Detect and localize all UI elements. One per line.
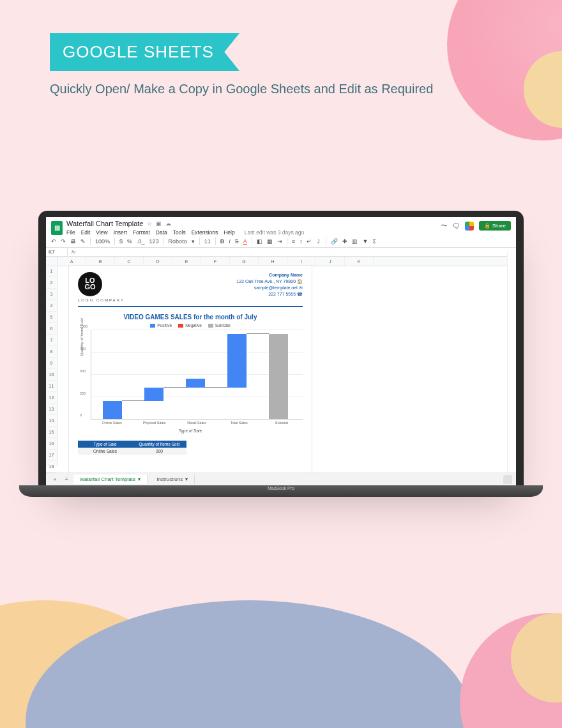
company-email: sample@template.net ✉ xyxy=(236,285,303,291)
fill-color-icon[interactable]: ◧ xyxy=(257,238,262,245)
gs-header: ▦ Waterfall Chart Template ☆ ▣ ☁ File Ed… xyxy=(46,217,516,236)
move-folder-icon[interactable]: ▣ xyxy=(156,220,162,227)
functions-icon[interactable]: Σ xyxy=(372,238,376,245)
redo-icon[interactable]: ↷ xyxy=(61,238,66,245)
bar-retail xyxy=(186,379,205,388)
wrap-icon[interactable]: ↵ xyxy=(307,238,312,245)
h-align-icon[interactable]: ≡ xyxy=(292,238,295,245)
x-tick-labels: Online Sales Physical Sales Retail Sales… xyxy=(91,420,303,425)
col-headers[interactable]: ABC DEF GHI JK xyxy=(57,257,516,266)
comment-icon[interactable]: 🗨 xyxy=(453,222,460,230)
filter-icon[interactable]: ▼ xyxy=(362,238,368,245)
zoom-select[interactable]: 100% xyxy=(95,238,110,245)
company-phone: 222 777 5555 ☎ xyxy=(236,291,303,298)
merge-icon[interactable]: ⇥ xyxy=(277,238,282,245)
italic-icon[interactable]: I xyxy=(229,238,231,245)
text-color-icon[interactable]: A xyxy=(243,238,247,245)
name-box[interactable]: K7 xyxy=(46,248,68,256)
table-row: Online Sales 200 xyxy=(78,448,186,455)
add-sheet-button[interactable]: ＋ xyxy=(50,474,60,484)
table-header: Quantity of Items Sold xyxy=(132,441,186,448)
cloud-status-icon: ☁ xyxy=(165,220,171,227)
ribbon-badge: GOOGLE SHEETS xyxy=(50,33,239,71)
comment-add-icon[interactable]: ✚ xyxy=(342,238,347,245)
table-header: Type of Sale xyxy=(78,441,132,448)
v-align-icon[interactable]: ↕ xyxy=(300,238,303,245)
share-label: Share xyxy=(492,223,506,229)
row-headers[interactable]: 123 456 789 101112 131415 161718 1920 xyxy=(46,257,57,466)
bar-subtotal xyxy=(269,334,288,419)
chart-legend: Positive Negative Subtotal xyxy=(78,323,303,328)
link-icon[interactable]: 🔗 xyxy=(331,238,338,245)
lock-icon: 🔒 xyxy=(484,223,490,229)
fx-icon: fx xyxy=(68,248,79,256)
menu-view[interactable]: View xyxy=(96,229,107,236)
toolbar: ↶ ↷ 🖶 ✎ 100% $ % .0_ 123 Roboto ▾ 11 B I… xyxy=(46,236,516,248)
font-size[interactable]: 11 xyxy=(204,238,211,245)
undo-icon[interactable]: ↶ xyxy=(51,238,56,245)
font-select[interactable]: Roboto xyxy=(169,238,187,245)
sheet-tab[interactable]: Instructions▾ xyxy=(150,474,195,484)
laptop-mockup: ▦ Waterfall Chart Template ☆ ▣ ☁ File Ed… xyxy=(38,211,524,497)
rotate-icon[interactable]: ⤸ xyxy=(316,238,321,245)
print-icon[interactable]: 🖶 xyxy=(70,238,76,245)
logo-icon: LO GO xyxy=(78,272,102,296)
spreadsheet-grid[interactable]: 123 456 789 101112 131415 161718 1920 AB… xyxy=(46,257,516,466)
menu-tools[interactable]: Tools xyxy=(173,229,186,236)
last-edit[interactable]: Last edit was 3 days ago xyxy=(245,229,305,236)
decrease-decimal-icon[interactable]: .0_ xyxy=(137,238,145,245)
logo-caption: LOGO COMPANY xyxy=(78,298,125,302)
meet-icon[interactable] xyxy=(465,222,474,231)
percent-icon[interactable]: % xyxy=(127,238,132,245)
share-button[interactable]: 🔒 Share xyxy=(479,221,511,231)
menu-bar: File Edit View Insert Format Data Tools … xyxy=(66,229,304,236)
menu-file[interactable]: File xyxy=(66,229,75,236)
star-icon[interactable]: ☆ xyxy=(147,220,152,227)
bold-icon[interactable]: B xyxy=(220,238,225,245)
currency-icon[interactable]: $ xyxy=(119,238,123,245)
company-address: 123 Oak Tree Ave., NY 79800 🏠 xyxy=(236,278,303,285)
menu-data[interactable]: Data xyxy=(156,229,167,236)
chevron-down-icon[interactable]: ▾ xyxy=(138,476,140,482)
all-sheets-button[interactable]: ≡ xyxy=(63,475,71,483)
bar-online xyxy=(103,401,122,419)
page-subtitle: Quickly Open/ Make a Copy in Google Shee… xyxy=(50,82,433,96)
menu-edit[interactable]: Edit xyxy=(81,229,91,236)
menu-format[interactable]: Format xyxy=(133,229,150,236)
chart-icon[interactable]: ▥ xyxy=(352,238,358,245)
strike-icon[interactable]: S̶ xyxy=(235,238,239,245)
menu-extensions[interactable]: Extensions xyxy=(192,229,218,236)
embedded-document: LO GO LOGO COMPANY Company Name 123 Oak … xyxy=(69,266,312,483)
sheet-tabs-bar: ＋ ≡ Waterfall Chart Template▾ Instructio… xyxy=(46,473,516,485)
bar-physical xyxy=(144,388,163,401)
x-axis-label: Type of Sale xyxy=(78,428,303,433)
bar-total xyxy=(227,334,247,388)
laptop-base xyxy=(19,485,543,497)
data-table: Type of Sale Quantity of Items Sold Onli… xyxy=(78,441,186,455)
doc-title[interactable]: Waterfall Chart Template xyxy=(66,220,143,228)
paint-format-icon[interactable]: ✎ xyxy=(80,238,86,245)
company-name: Company Name xyxy=(236,272,303,278)
company-info: Company Name 123 Oak Tree Ave., NY 79800… xyxy=(236,272,303,302)
menu-insert[interactable]: Insert xyxy=(114,229,127,236)
sheets-logo-icon: ▦ xyxy=(51,221,63,235)
history-icon[interactable]: 〜 xyxy=(441,221,448,231)
formula-bar: K7 fx xyxy=(46,248,516,257)
number-format[interactable]: 123 xyxy=(149,238,159,245)
side-panel[interactable] xyxy=(507,252,516,473)
chevron-down-icon[interactable]: ▾ xyxy=(185,476,188,482)
sheet-tab-active[interactable]: Waterfall Chart Template▾ xyxy=(73,474,148,484)
chevron-down-icon[interactable]: ▾ xyxy=(192,238,195,245)
screen: ▦ Waterfall Chart Template ☆ ▣ ☁ File Ed… xyxy=(46,217,516,485)
explore-button[interactable] xyxy=(503,475,512,484)
borders-icon[interactable]: ▦ xyxy=(267,238,273,245)
chart-title: VIDEO GAMES SALES for the month of July xyxy=(78,314,303,321)
menu-help[interactable]: Help xyxy=(224,229,234,236)
waterfall-chart: Quantity of Items Sold 250 500 750 1000 … xyxy=(91,330,303,420)
